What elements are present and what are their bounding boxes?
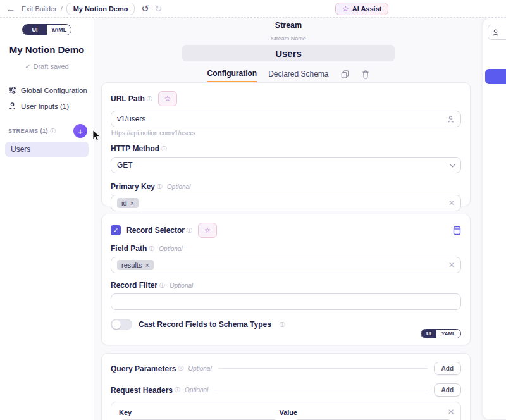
optional-badge: Optional	[170, 282, 193, 289]
ai-suggest-button[interactable]: ☆	[198, 223, 217, 238]
remove-header-icon[interactable]: ✕	[448, 407, 454, 416]
undo-icon[interactable]: ↺	[141, 3, 149, 15]
info-icon[interactable]: ⓘ	[50, 127, 56, 135]
clear-field-icon[interactable]: ✕	[448, 199, 455, 207]
streams-header: STREAMS (1)	[8, 128, 48, 134]
add-request-header-button[interactable]: Add	[434, 383, 461, 397]
toggle-yaml[interactable]: YAML	[436, 330, 460, 338]
stream-tabs: Configuration Declared Schema	[94, 69, 483, 82]
ai-assist-label: AI Assist	[352, 5, 382, 13]
tag-chip[interactable]: results ×	[117, 260, 154, 270]
query-parameters-label: Query Parameters	[111, 364, 176, 373]
info-icon[interactable]: ⓘ	[149, 245, 154, 253]
optional-badge: Optional	[185, 386, 208, 393]
stream-name-label: Stream Name	[94, 35, 483, 42]
sparkle-icon: ☆	[342, 4, 349, 13]
record-filter-label: Record Filter	[111, 281, 157, 290]
testing-panel	[483, 18, 506, 420]
info-icon[interactable]: ⓘ	[280, 321, 285, 329]
http-method-label: HTTP Method	[111, 144, 159, 153]
exit-builder-link[interactable]: Exit Builder	[22, 5, 57, 13]
card-ui-yaml-toggle: UI YAML	[421, 329, 461, 338]
sidebar: UI YAML My Notion Demo ✓Draft saved Glob…	[0, 18, 94, 420]
clear-field-icon[interactable]: ✕	[448, 261, 455, 269]
stream-list-item-users[interactable]: Users	[5, 142, 89, 157]
breadcrumb-separator: /	[61, 5, 63, 13]
record-filter-input[interactable]	[111, 293, 461, 310]
cast-fields-label: Cast Record Fields to Schema Types	[139, 320, 271, 329]
docs-icon[interactable]	[453, 226, 461, 235]
person-icon	[491, 28, 500, 37]
ai-suggest-button[interactable]: ☆	[158, 91, 177, 106]
add-query-parameter-button[interactable]: Add	[434, 362, 461, 375]
project-name-field[interactable]: My Notion Demo	[66, 3, 135, 15]
value-label: Value	[279, 409, 439, 416]
builder-title: My Notion Demo	[0, 44, 94, 55]
sidebar-item-user-inputs[interactable]: User Inputs (1)	[0, 98, 94, 114]
url-preview: https://api.notion.comv1/users	[111, 130, 461, 137]
optional-badge: Optional	[188, 365, 211, 372]
remove-tag-icon[interactable]: ×	[145, 261, 149, 269]
http-method-select[interactable]: GET	[111, 157, 461, 173]
ai-assist-button[interactable]: ☆ AI Assist	[335, 3, 388, 15]
stream-name-input[interactable]: Users	[182, 45, 395, 61]
primary-key-tag-input[interactable]: id × ✕	[111, 195, 461, 211]
ui-yaml-toggle: UI YAML	[22, 24, 71, 35]
tag-chip[interactable]: id ×	[117, 198, 139, 208]
redo-icon[interactable]: ↻	[154, 3, 163, 15]
request-config-card: URL Path ⓘ ☆ v1/users https://api.notion…	[101, 82, 471, 206]
check-icon: ✓	[25, 63, 30, 70]
info-icon[interactable]: ⓘ	[159, 281, 165, 290]
add-stream-button[interactable]: +	[73, 124, 87, 138]
sidebar-item-global-configuration[interactable]: Global Configuration	[0, 82, 94, 98]
info-icon[interactable]: ⓘ	[147, 95, 152, 103]
url-path-input[interactable]: v1/users	[111, 111, 461, 127]
delete-stream-icon[interactable]	[361, 70, 370, 82]
top-bar: ← Exit Builder / My Notion Demo ↺ ↻ ☆ AI…	[0, 0, 506, 18]
sliders-icon	[8, 86, 16, 94]
record-selector-label: Record Selector	[126, 226, 185, 235]
request-header-row: ✕ Key Value Notion-Version 2022-06-28	[111, 402, 461, 420]
field-path-tag-input[interactable]: results × ✕	[111, 257, 461, 273]
copy-stream-icon[interactable]	[340, 70, 350, 82]
optional-badge: Optional	[167, 183, 190, 190]
tab-configuration[interactable]: Configuration	[207, 69, 257, 82]
toggle-ui[interactable]: UI	[23, 25, 47, 35]
remove-tag-icon[interactable]: ×	[130, 199, 134, 207]
stream-editor: Stream Stream Name Users Configuration D…	[94, 18, 483, 420]
info-icon[interactable]: ⓘ	[157, 183, 163, 191]
request-options-card: Query Parameters ⓘ Optional Add Request …	[101, 353, 471, 420]
info-icon[interactable]: ⓘ	[178, 364, 183, 373]
draft-status: ✓Draft saved	[0, 63, 94, 71]
test-button[interactable]	[485, 69, 506, 84]
tab-declared-schema[interactable]: Declared Schema	[268, 70, 328, 82]
url-path-label: URL Path	[111, 94, 145, 103]
key-label: Key	[119, 409, 279, 416]
user-input-icon[interactable]	[447, 115, 455, 123]
primary-key-label: Primary Key	[111, 182, 155, 191]
person-icon	[8, 102, 16, 110]
optional-badge: Optional	[159, 245, 182, 252]
field-path-label: Field Path	[111, 244, 147, 253]
request-headers-label: Request Headers	[111, 386, 173, 395]
sidebar-item-label: User Inputs (1)	[21, 102, 69, 110]
info-icon[interactable]: ⓘ	[187, 226, 192, 235]
record-selector-checkbox[interactable]: ✓	[111, 225, 121, 235]
testing-values-input[interactable]	[488, 25, 506, 40]
back-icon[interactable]: ←	[6, 4, 15, 14]
stream-title: Stream	[94, 21, 483, 30]
chevron-down-icon	[450, 161, 456, 167]
toggle-ui[interactable]: UI	[421, 330, 436, 338]
info-icon[interactable]: ⓘ	[175, 386, 180, 394]
info-icon[interactable]: ⓘ	[161, 145, 167, 153]
sidebar-item-label: Global Configuration	[21, 87, 87, 94]
toggle-yaml[interactable]: YAML	[47, 25, 71, 35]
cast-fields-toggle[interactable]	[111, 319, 132, 330]
record-selector-card: ✓ Record Selector ⓘ ☆ Field Path ⓘ Optio…	[101, 214, 471, 345]
